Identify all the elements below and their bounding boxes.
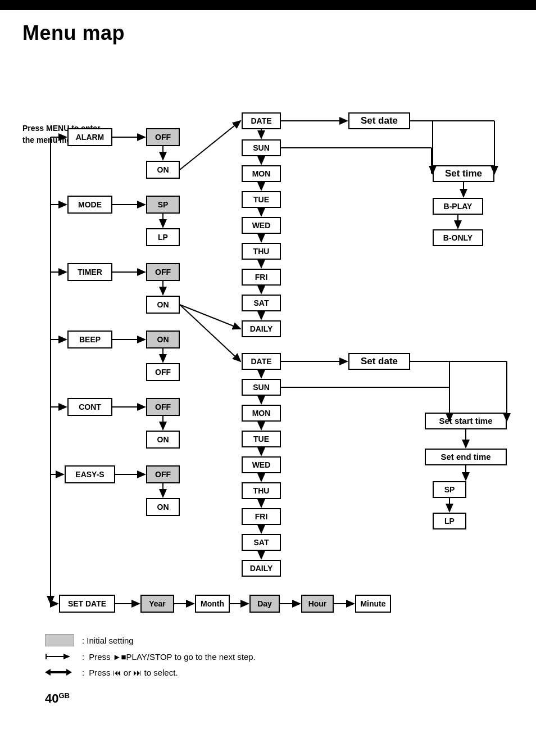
svg-line-28 [180, 121, 240, 170]
svg-marker-67 [63, 654, 70, 659]
svg-line-44 [281, 148, 430, 174]
legend-arrow-right-item: : Press ►■PLAY/STOP to go to the next st… [45, 651, 514, 662]
svg-line-47 [180, 305, 240, 361]
legend-bidir-symbol [45, 667, 74, 678]
legend-area: : Initial setting : Press ►■PLAY/STOP to… [22, 634, 514, 678]
diagram-svg [22, 55, 517, 623]
legend-initial-text: : Initial setting [82, 636, 134, 645]
legend-arrow-right-symbol [45, 651, 74, 662]
top-bar [0, 0, 536, 10]
legend-arrow-right-prefix: : [82, 652, 84, 662]
diagram-area: Press MENU to enterthe menu mode. ALARM … [22, 55, 517, 623]
svg-line-27 [180, 305, 240, 329]
page-content: Menu map Press MENU to enterthe menu mod… [0, 10, 536, 723]
page-title: Menu map [22, 21, 514, 45]
legend-arrow-bidir-item: : Press ⏮ or ⏭ to select. [45, 667, 514, 678]
page-number: 40GB [22, 691, 514, 706]
legend-shaded-box [45, 634, 74, 646]
legend-bidir-prefix: : [82, 668, 84, 677]
legend-initial: : Initial setting [45, 634, 514, 646]
svg-marker-69 [45, 669, 72, 676]
legend-right-arrow-svg [45, 651, 72, 662]
legend-bidir-desc: Press ⏮ or ⏭ to select. [89, 668, 178, 677]
legend-arrow-right-desc: Press ►■PLAY/STOP to go to the next step… [89, 652, 256, 662]
legend-bidir-svg [45, 667, 72, 678]
